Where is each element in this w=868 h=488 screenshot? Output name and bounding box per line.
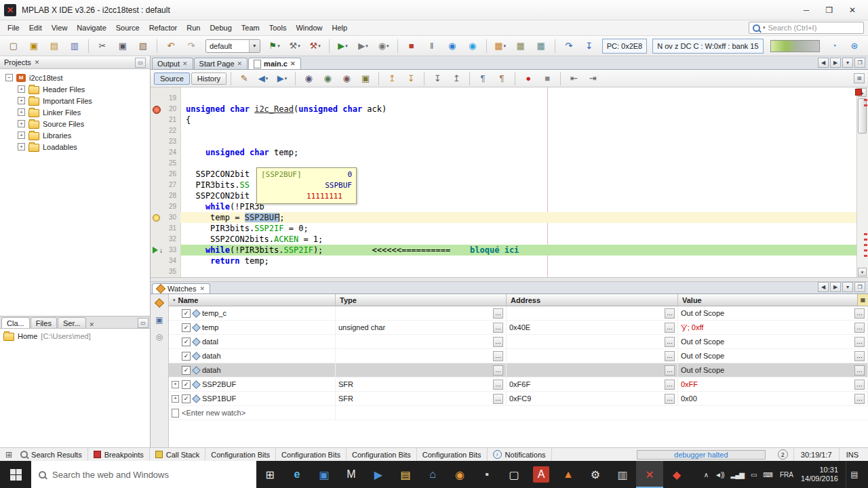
value-edit-button[interactable]: …: [854, 351, 865, 361]
menu-help[interactable]: Help: [328, 22, 353, 34]
tab-files[interactable]: Files: [31, 317, 57, 328]
code-line-30[interactable]: 30 temp = SSP2BUF;: [151, 212, 856, 223]
column-header-name[interactable]: ▾Name: [169, 294, 336, 306]
finish-debugger-session-icon[interactable]: ■: [402, 38, 421, 54]
new-watch-icon[interactable]: [154, 298, 165, 308]
back-icon[interactable]: ◀▾: [254, 71, 272, 86]
type-edit-button[interactable]: …: [493, 394, 503, 404]
watch-checkbox[interactable]: ✓: [182, 323, 191, 332]
find-previous-occurrence-icon[interactable]: ◉: [338, 71, 355, 86]
tray-network-icon[interactable]: ▂▄▆: [731, 471, 744, 479]
watch-row-ssp1buf[interactable]: +✓SSP1BUFSFR…0xFC9…0x00…: [169, 392, 868, 406]
watch-row-temp-c[interactable]: ✓temp_c……Out of Scope…: [169, 306, 868, 321]
menu-view[interactable]: View: [47, 22, 73, 34]
value-edit-button[interactable]: …: [854, 337, 865, 347]
tab-list-icon[interactable]: ▾: [842, 58, 853, 68]
taskbar-search[interactable]: Search the web and Windows: [31, 461, 256, 488]
last-edit-location-icon[interactable]: ✎: [235, 71, 253, 86]
export-watches-icon[interactable]: ◎: [154, 331, 165, 342]
code-line-21[interactable]: 21{: [151, 115, 856, 125]
tree-item-source-files[interactable]: +Source Files: [0, 118, 150, 129]
tray-display-icon[interactable]: ▭: [751, 471, 756, 479]
insert-mode-indicator[interactable]: INS: [839, 448, 865, 461]
step-over-icon[interactable]: ↷: [559, 38, 578, 54]
action-center-icon[interactable]: ▤: [846, 461, 863, 488]
address-edit-button[interactable]: …: [665, 380, 675, 390]
value-edit-button[interactable]: …: [854, 308, 865, 319]
taskbar-store-app-icon[interactable]: ⌂: [419, 461, 446, 488]
tab-main-c[interactable]: main.c✕: [248, 58, 300, 69]
taskbar-settings-app-icon[interactable]: ⚙: [582, 461, 609, 488]
type-edit-button[interactable]: …: [493, 351, 503, 361]
minimize-button[interactable]: ─: [795, 2, 818, 18]
tab-start-page[interactable]: Start Page✕: [194, 58, 248, 69]
code-line-19[interactable]: 19: [151, 93, 856, 104]
tree-root-i2cc18test[interactable]: −Mi2cc18test: [0, 72, 150, 83]
value-edit-button[interactable]: …: [854, 380, 865, 390]
forward-icon[interactable]: ▶▾: [273, 71, 291, 86]
type-edit-button[interactable]: …: [493, 337, 503, 347]
maximize-editor-icon[interactable]: ❒: [854, 58, 865, 68]
read-device-memory-icon[interactable]: ▦: [511, 38, 530, 54]
scroll-tabs-left-icon[interactable]: ◀: [818, 282, 829, 292]
taskbar-vlc-player-icon[interactable]: ▲: [555, 461, 582, 488]
expand-icon[interactable]: +: [172, 381, 179, 388]
taskbar-movies-app-icon[interactable]: ▶: [365, 461, 392, 488]
menu-refactor[interactable]: Refactor: [144, 22, 182, 34]
code-line-23[interactable]: 23: [151, 136, 856, 147]
type-edit-button[interactable]: …: [493, 323, 503, 333]
collapse-icon[interactable]: −: [5, 74, 13, 81]
tab-output[interactable]: Output✕: [152, 58, 193, 69]
taskbar-adobe-reader-icon[interactable]: A: [528, 461, 555, 488]
horizontal-splitter[interactable]: [151, 277, 868, 282]
watch-checkbox[interactable]: ✓: [182, 394, 191, 403]
status-configuration-bits[interactable]: Configuration Bits: [205, 448, 276, 461]
watch-checkbox[interactable]: ✓: [182, 338, 191, 346]
cut-icon[interactable]: ✂: [93, 38, 112, 54]
column-header-type[interactable]: Type: [336, 294, 507, 306]
menu-run[interactable]: Run: [182, 22, 205, 34]
pin-watch-icon[interactable]: ▣: [154, 314, 165, 325]
expand-icon[interactable]: +: [18, 120, 25, 127]
new-project-icon[interactable]: ▣: [24, 38, 43, 54]
watch-checkbox[interactable]: ✓: [182, 380, 191, 389]
status-configuration-bits[interactable]: Configuration Bits: [417, 448, 488, 461]
tree-item-libraries[interactable]: +Libraries: [0, 129, 150, 141]
taskbar-command-app-icon[interactable]: ▪: [473, 461, 500, 488]
open-project-icon[interactable]: ▤: [45, 38, 64, 54]
new-watch-row[interactable]: <Enter new watch>: [169, 406, 868, 420]
status-search-results[interactable]: Search Results: [15, 448, 88, 461]
home-row[interactable]: Home [C:\Users\med]: [3, 331, 146, 341]
expand-icon[interactable]: +: [18, 97, 25, 104]
tree-item-header-files[interactable]: +Header Files: [0, 83, 150, 95]
address-edit-button[interactable]: …: [665, 323, 675, 333]
taskbar-notepad-app-icon[interactable]: ▢: [500, 461, 528, 488]
watch-row-datah[interactable]: ✓datah……Out of Scope…: [169, 363, 868, 378]
tab-watches[interactable]: Watches ✕: [152, 283, 210, 293]
expand-icon[interactable]: +: [18, 143, 25, 150]
tray-volume-icon[interactable]: ◄)): [715, 471, 724, 479]
address-edit-button[interactable]: …: [665, 351, 675, 361]
comment-icon[interactable]: ¶: [474, 71, 492, 86]
editor-fold-icon[interactable]: ⊞: [854, 73, 865, 83]
profile-project-icon[interactable]: ◉▾: [374, 38, 393, 54]
status-call-stack[interactable]: Call Stack: [150, 448, 206, 461]
close-icon[interactable]: ✕: [182, 60, 188, 67]
taskbar-file-explorer-icon[interactable]: ▤: [392, 461, 419, 488]
code-line-33[interactable]: ↓33 while(!PIR3bits.SSP2IF); <<<<<<=====…: [151, 245, 856, 256]
clean-build-project-icon[interactable]: ⚒▾: [306, 38, 325, 54]
status-notifications[interactable]: iNotifications: [488, 448, 552, 461]
taskbar-edge-browser-icon[interactable]: e: [283, 461, 311, 488]
expand-icon[interactable]: +: [172, 395, 179, 403]
copy-icon[interactable]: ▣: [113, 38, 132, 54]
tab-list-icon[interactable]: ▾: [842, 282, 853, 292]
taskbar-amd-app-icon[interactable]: ◆: [663, 461, 690, 488]
watch-checkbox[interactable]: ✓: [182, 366, 191, 375]
taskbar-clock[interactable]: 10:31 14/09/2016: [801, 466, 838, 483]
watch-checkbox[interactable]: ✓: [182, 352, 191, 361]
notification-count-badge[interactable]: 2: [778, 449, 788, 460]
tray-hidden-icons-chevron-icon[interactable]: ∧: [704, 471, 708, 479]
watch-row-datal[interactable]: ✓datal……Out of Scope…: [169, 335, 868, 349]
code-line-22[interactable]: 22: [151, 125, 856, 136]
menu-navigate[interactable]: Navigate: [72, 22, 111, 34]
